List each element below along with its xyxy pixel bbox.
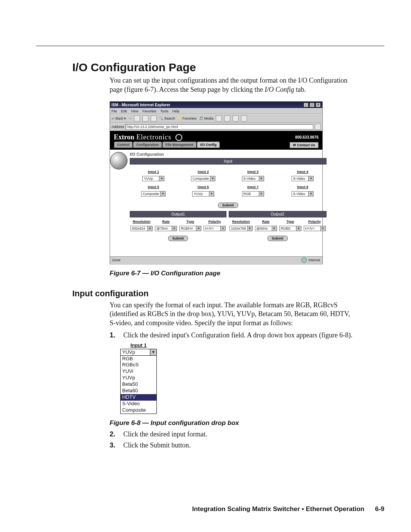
minimize-icon[interactable]: _ xyxy=(303,102,309,107)
out1-type-label: Type xyxy=(179,220,201,224)
out1-res-select[interactable]: 832x624▼ xyxy=(131,226,153,231)
extron-tab-row: Control Configuration File Management I/… xyxy=(110,141,322,150)
chevron-down-icon: ▼ xyxy=(259,176,264,181)
out2-rate-select[interactable]: @50Hz▼ xyxy=(255,226,277,231)
input-8-select[interactable]: S-Video▼ xyxy=(292,191,314,197)
figure-6-8-caption: Figure 6-8 — Input configuration drop bo… xyxy=(110,419,373,427)
out2-type-select[interactable]: RGBS▼ xyxy=(279,226,301,231)
ie-menu-bar: File Edit View Favorites Tools Help xyxy=(110,108,322,114)
ie-viewport: Extron Electronics 800.633.9876 Control … xyxy=(110,131,322,256)
internet-zone-icon xyxy=(301,257,307,263)
tab-control[interactable]: Control xyxy=(114,141,133,148)
print-icon[interactable] xyxy=(233,115,239,121)
dropbox-option-composite[interactable]: Composite xyxy=(121,407,156,414)
input-5-select[interactable]: Composite▼ xyxy=(141,191,166,197)
input-3-select[interactable]: S-Video▼ xyxy=(242,176,264,181)
dropbox-option-yuvi[interactable]: YUVi xyxy=(121,368,156,375)
status-zone: Internet xyxy=(301,257,320,263)
chevron-down-icon: ▼ xyxy=(247,226,252,231)
dropbox-option-yuvp[interactable]: YUVp xyxy=(121,375,156,381)
menu-view[interactable]: View xyxy=(131,109,138,113)
out2-pol-label: Polarity xyxy=(304,220,326,224)
dropbox-option-list: RGB RGBcS YUVi YUVp Beta50 Beta60 HDTV S… xyxy=(120,356,157,414)
output1-submit-button[interactable]: Submit xyxy=(168,236,188,241)
dropbox-option-beta60[interactable]: Beta60 xyxy=(121,388,156,394)
contact-us-button[interactable]: ✉ Contact Us xyxy=(290,142,319,148)
mail-icon[interactable] xyxy=(224,115,230,121)
chevron-down-icon: ▼ xyxy=(308,192,313,196)
out1-rate-label: Rate xyxy=(155,220,177,224)
out1-rate-select[interactable]: @75Hz▼ xyxy=(155,226,177,231)
tab-file-management[interactable]: File Management xyxy=(162,141,197,148)
output2-submit-button[interactable]: Submit xyxy=(268,236,288,241)
input-7-select[interactable]: RGB▼ xyxy=(242,191,264,197)
url-field[interactable]: http://10.13.2.226/nortxe_ipc.html xyxy=(126,124,313,129)
input-config-subheading: Input configuration xyxy=(72,289,373,299)
tab-io-config[interactable]: I/O Config xyxy=(197,141,220,148)
dropbox-option-hdtv[interactable]: HDTV xyxy=(121,394,156,401)
out1-pol-select[interactable]: H-/V+▼ xyxy=(204,226,226,231)
input-3-label: Input 3 xyxy=(231,170,275,174)
input-6-label: Input 6 xyxy=(181,185,226,189)
out1-type-select[interactable]: RGBHV▼ xyxy=(179,226,201,231)
menu-tools[interactable]: Tools xyxy=(160,109,168,113)
go-icon[interactable] xyxy=(315,124,321,130)
dropbox-select[interactable]: YUVp ▼ xyxy=(120,349,157,356)
out2-rate-label: Rate xyxy=(255,220,277,224)
media-button[interactable]: 🎵 Media xyxy=(199,117,213,120)
input-config-paragraph: You can specify the format of each input… xyxy=(110,301,353,328)
out2-pol-select[interactable]: H+/V+▼ xyxy=(304,226,326,231)
close-icon[interactable]: × xyxy=(315,102,321,107)
out1-pol-label: Polarity xyxy=(204,220,226,224)
chevron-down-icon: ▼ xyxy=(308,176,313,181)
brand-bold: Extron xyxy=(114,133,134,141)
figure-6-8-dropbox: Input 1 YUVp ▼ RGB RGBcS YUVi YUVp Beta5… xyxy=(120,342,157,414)
edit-icon[interactable] xyxy=(241,115,247,121)
dropbox-option-beta50[interactable]: Beta50 xyxy=(121,381,156,388)
search-button[interactable]: 🔍 Search xyxy=(159,117,175,120)
input-6-select[interactable]: YUVp▼ xyxy=(192,191,214,197)
history-icon[interactable] xyxy=(216,115,222,121)
output2-grid: Resolution1024x768▼ Rate@50Hz▼ TypeRGBS▼… xyxy=(229,217,327,233)
stop-icon[interactable] xyxy=(134,115,140,121)
inputs-grid: Input 1 YUVp▼ Input 2 Composite▼ Input 3… xyxy=(130,165,327,200)
status-zone-label: Internet xyxy=(308,258,320,262)
input-1-select[interactable]: YUVp▼ xyxy=(142,176,164,181)
input-submit-button[interactable]: Submit xyxy=(218,203,238,208)
dropbox-option-rgbcs[interactable]: RGBcS xyxy=(121,362,156,368)
favorites-button[interactable]: ⭐ Favorites xyxy=(177,117,197,120)
menu-favorites[interactable]: Favorites xyxy=(142,109,156,113)
menu-help[interactable]: Help xyxy=(172,109,180,113)
intro-paragraph: You can set up the input configurations … xyxy=(110,76,353,94)
footer-page-number: 6-9 xyxy=(375,505,384,513)
back-button[interactable]: ⇦ Back ▾ xyxy=(112,117,126,120)
figure-6-7-caption: Figure 6-7 — I/O Configuration page xyxy=(110,270,373,277)
maximize-icon[interactable]: □ xyxy=(309,102,315,107)
input-2-select[interactable]: Composite▼ xyxy=(191,176,215,181)
forward-button[interactable]: → xyxy=(128,117,132,120)
input-7-value: RGB xyxy=(242,192,259,196)
tab-configuration[interactable]: Configuration xyxy=(133,141,162,148)
out2-res-label: Resolution xyxy=(229,220,253,224)
window-title: ISM - Microsoft Internet Explorer xyxy=(112,103,170,107)
input-cell-8: Input 8 S-Video▼ xyxy=(280,185,325,197)
output2-banner: Output2 xyxy=(229,211,327,217)
dropbox-option-svideo[interactable]: S-Video xyxy=(121,401,156,407)
footer-title: Integration Scaling Matrix Switcher • Et… xyxy=(192,505,365,513)
dropbox-option-rgb[interactable]: RGB xyxy=(121,356,156,362)
out2-res-select[interactable]: 1024x768▼ xyxy=(229,226,253,231)
input-cell-3: Input 3 S-Video▼ xyxy=(231,170,275,181)
chevron-down-icon: ▼ xyxy=(272,226,277,231)
page-top-rule xyxy=(36,46,384,46)
refresh-icon[interactable] xyxy=(142,115,148,121)
menu-file[interactable]: File xyxy=(112,109,117,113)
home-icon[interactable] xyxy=(151,115,157,121)
brand-logo: Extron Electronics xyxy=(114,133,182,141)
menu-edit[interactable]: Edit xyxy=(121,109,127,113)
page-heading: I/O Configuration Page xyxy=(72,61,373,74)
input-8-label: Input 8 xyxy=(280,185,325,189)
input-cell-1: Input 1 YUVp▼ xyxy=(131,170,176,181)
extron-content: I/O Configuration Input Input 1 YUVp▼ In… xyxy=(110,150,322,256)
chevron-down-icon: ▼ xyxy=(172,226,177,231)
input-4-select[interactable]: S-Video▼ xyxy=(292,176,314,181)
